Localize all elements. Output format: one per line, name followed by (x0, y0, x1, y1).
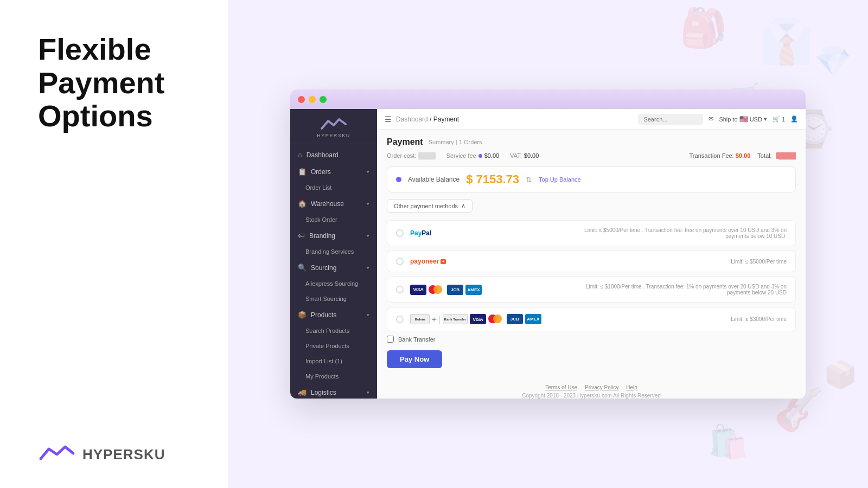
topbar-arrow-icon: ▾ (764, 115, 767, 123)
card-logo-area: VISA JCB AMEX (410, 285, 486, 295)
total-label: Total: (757, 152, 771, 159)
sidebar-item-search-products[interactable]: Search Products (290, 323, 377, 338)
order-cost-label: Order cost: (387, 152, 416, 159)
maximize-button[interactable] (320, 96, 327, 103)
top-up-button[interactable]: Top Up Balance (539, 176, 581, 183)
minimize-button[interactable] (309, 96, 316, 103)
boleto-logo-area: Boleto + | Bank Transfer VISA JCB AMEX (410, 314, 541, 324)
footer-copyright: Copyright 2018 - 2023 Hypersku.com All R… (387, 393, 796, 399)
sidebar-dashboard-label: Dashboard (307, 151, 339, 159)
footer-help-link[interactable]: Help (626, 384, 637, 390)
sidebar: HYPERSKU ⌂ Dashboard 📋 Orders ▾ Order Li… (290, 109, 377, 399)
transaction-fee-value: $0.00 (736, 152, 751, 159)
payment-option-payoneer[interactable]: payoneer + Limit: ≤ $5000/Per time (387, 251, 796, 272)
cart-button[interactable]: 🛒 1 (773, 115, 785, 123)
bank-transfer-icon: Bank Transfer (443, 314, 468, 324)
card-limit-text: Limit: ≤ $1000/Per time . Transaction fe… (580, 284, 787, 296)
breadcrumb-current: Payment (433, 115, 459, 123)
sidebar-stock-order-label: Stock Order (305, 216, 337, 223)
sidebar-branding-services-label: Branding Services (305, 248, 354, 255)
breadcrumb-separator: / (430, 115, 433, 123)
payment-methods-label: Other payment methods (394, 203, 458, 209)
warehouse-arrow-icon: ▾ (367, 201, 369, 207)
bank-transfer-label: Bank Transfer (398, 336, 435, 343)
hypersku-logo-icon (38, 442, 76, 466)
amex-icon2: AMEX (525, 314, 541, 324)
marketing-title: FlexiblePaymentOptions (38, 33, 206, 133)
sidebar-search-products-label: Search Products (305, 328, 349, 334)
payoneer-logo-area: payoneer + (410, 258, 486, 265)
balance-arrows-icon[interactable]: ⇅ (526, 175, 532, 184)
amex-icon: AMEX (465, 285, 482, 295)
page-header: Payment Summary | 1 Orders (387, 137, 796, 147)
balance-label: Available Balance (408, 176, 459, 183)
sidebar-item-logistics[interactable]: 🚚 Logistics ▾ (290, 384, 377, 399)
sidebar-logistics-label: Logistics (311, 389, 336, 396)
hypersku-logo-text: HYPERSKU (82, 446, 165, 463)
footer-privacy-link[interactable]: Privacy Policy (585, 384, 618, 390)
service-fee-label: Service fee (446, 152, 476, 159)
page-content: Payment Summary | 1 Orders Order cost: █… (377, 130, 806, 399)
sidebar-item-aliexpress-sourcing[interactable]: Aliexpress Sourcing (290, 276, 377, 291)
card-radio[interactable] (396, 286, 404, 293)
payoneer-text: payoneer (410, 258, 439, 265)
app-panel: 👔 🎒 💎 ⌚ 🎸 🛍️ 📦 🛒 HYP (228, 0, 868, 488)
sidebar-item-stock-order[interactable]: Stock Order (290, 212, 377, 227)
payment-option-boleto[interactable]: Boleto + | Bank Transfer VISA JCB AMEX (387, 307, 796, 331)
mastercard-icon (429, 285, 445, 295)
sidebar-item-import-list[interactable]: Import List (1) (290, 354, 377, 369)
bank-transfer-checkbox[interactable] (387, 336, 394, 343)
browser-window: HYPERSKU ⌂ Dashboard 📋 Orders ▾ Order Li… (290, 89, 806, 399)
sidebar-item-orders[interactable]: 📋 Orders ▾ (290, 163, 377, 180)
page-title: Payment (387, 137, 423, 147)
logistics-arrow-icon: ▾ (367, 390, 369, 395)
paypal-radio[interactable] (396, 229, 404, 237)
search-input[interactable] (638, 114, 703, 125)
service-fee-item: Service fee $0.00 (446, 152, 500, 159)
payment-methods-toggle[interactable]: Other payment methods ∧ (387, 199, 473, 213)
user-button[interactable]: 👤 (790, 115, 798, 123)
sidebar-item-branding-services[interactable]: Branding Services (290, 244, 377, 259)
mastercard-icon2 (488, 314, 505, 324)
balance-amount: $ 7153.73 (466, 172, 519, 187)
menu-icon[interactable]: ☰ (385, 115, 392, 124)
sidebar-item-sourcing[interactable]: 🔍 Sourcing ▾ (290, 259, 377, 276)
sidebar-item-smart-sourcing[interactable]: Smart Sourcing (290, 291, 377, 306)
sidebar-smart-sourcing-label: Smart Sourcing (305, 296, 347, 302)
notification-button[interactable]: ✉ (709, 115, 713, 123)
plus-icon: + (432, 315, 436, 324)
products-arrow-icon: ▾ (367, 312, 369, 318)
order-info-row: Order cost: ████ Service fee $0.00 VAT: … (387, 152, 796, 159)
footer-terms-link[interactable]: Terms of Use (545, 384, 577, 390)
top-bar-right: ✉ Ship to 🇺🇸 USD ▾ 🛒 1 👤 (638, 114, 798, 125)
payoneer-radio[interactable] (396, 258, 404, 265)
close-button[interactable] (298, 96, 305, 103)
payoneer-limit-text: Limit: ≤ $5000/Per time (731, 259, 787, 265)
payment-option-card[interactable]: VISA JCB AMEX Limit: ≤ $1000/Per time . … (387, 277, 796, 303)
boleto-icon: Boleto (410, 314, 430, 324)
boleto-radio[interactable] (396, 316, 404, 323)
logistics-icon: 🚚 (298, 388, 307, 396)
jcb-icon: JCB (447, 285, 463, 295)
transaction-fee-label: Transaction Fee: (690, 152, 734, 159)
currency-label: USD (750, 116, 762, 123)
pay-now-button[interactable]: Pay Now (387, 350, 442, 368)
breadcrumb: Dashboard / Payment (396, 115, 459, 123)
sidebar-logo: HYPERSKU (290, 109, 377, 144)
payment-option-paypal[interactable]: PayPal Limit: ≤ $5000/Per time . Transac… (387, 220, 796, 246)
sidebar-item-products[interactable]: 📦 Products ▾ (290, 306, 377, 323)
breadcrumb-dashboard[interactable]: Dashboard (396, 115, 428, 123)
sidebar-item-order-list[interactable]: Order List (290, 180, 377, 195)
marketing-logo: HYPERSKU (38, 442, 206, 466)
paypal-logo-area: PayPal (410, 229, 486, 237)
sidebar-item-warehouse[interactable]: 🏠 Warehouse ▾ (290, 195, 377, 212)
home-icon: ⌂ (298, 151, 302, 159)
page-footer: Terms of Use Privacy Policy Help Copyrig… (387, 379, 796, 399)
ship-to-button[interactable]: Ship to 🇺🇸 USD ▾ (719, 115, 767, 123)
sidebar-item-private-products[interactable]: Private Products (290, 338, 377, 354)
sidebar-item-dashboard[interactable]: ⌂ Dashboard (290, 146, 377, 163)
flag-icon: 🇺🇸 (739, 115, 748, 123)
sidebar-item-branding[interactable]: 🏷 Branding ▾ (290, 227, 377, 244)
sidebar-item-my-products[interactable]: My Products (290, 369, 377, 384)
orders-icon: 📋 (298, 168, 307, 176)
